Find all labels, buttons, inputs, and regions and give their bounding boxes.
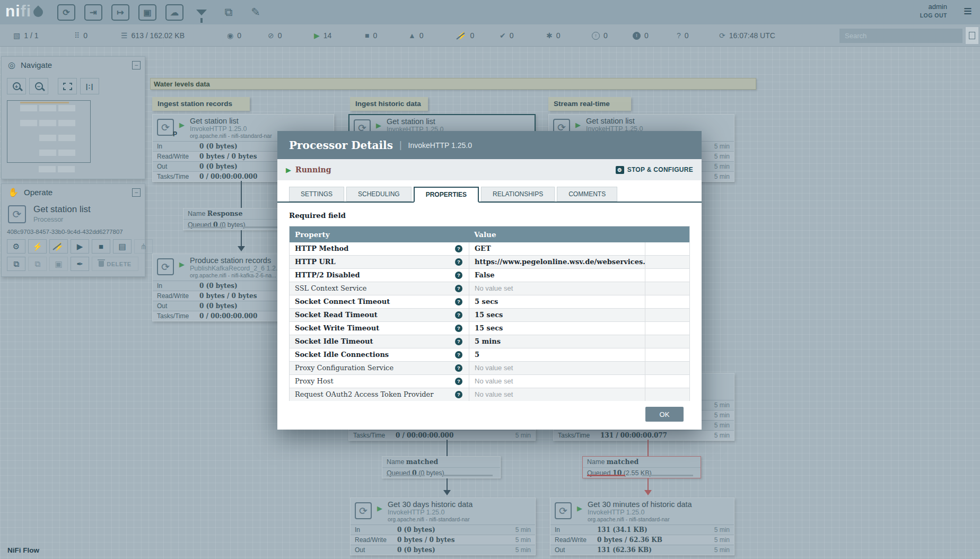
connection-label[interactable]: Name matched Queued 10 (2.55 KB)	[582, 456, 701, 478]
not-transmitting-stat: ⊘0	[268, 24, 282, 47]
sync-failure-stat: ?0	[677, 24, 689, 47]
canvas-label-water-levels[interactable]: Water levels data	[150, 78, 756, 90]
processor-drag-icon[interactable]: ⟳	[57, 4, 75, 21]
processor-details-dialog: Processor Details | InvokeHTTP 1.25.0 ▶ …	[277, 131, 702, 430]
canvas-label-ingest-historic-data[interactable]: Ingest historic data	[350, 97, 428, 111]
help-icon[interactable]: ?	[455, 364, 462, 372]
tab-settings[interactable]: SETTINGS	[289, 187, 344, 202]
enable-button[interactable]: ⚡	[28, 239, 47, 254]
stat-row: In131 (34.1 KB)5 min	[550, 525, 734, 535]
not-transmitting-icon: ⊘	[268, 31, 274, 40]
copy-button[interactable]: ⧉	[7, 257, 25, 271]
hand-icon: ✋	[8, 188, 19, 197]
breadcrumb[interactable]: NiFi Flow	[7, 546, 39, 554]
processor-icon: ⟳	[355, 502, 372, 519]
zoom-out-button[interactable]: −	[29, 78, 48, 94]
help-icon[interactable]: ?	[455, 311, 462, 319]
processor-icon: ⟳P	[157, 119, 174, 136]
stop-and-configure-button[interactable]: ⚙ STOP & CONFIGURE	[616, 166, 693, 174]
table-row: Proxy Host? No value set	[290, 375, 689, 388]
check-icon: ✔	[500, 31, 506, 40]
tab-comments[interactable]: COMMENTS	[557, 187, 617, 202]
refresh-status[interactable]: ⟳16:07:48 UTC	[719, 24, 775, 47]
zoom-fit-button[interactable]	[58, 78, 77, 94]
process-group-drag-icon[interactable]: ▣	[138, 4, 156, 21]
stat-row: Read/Write0 bytes / 62.36 KB5 min	[550, 535, 734, 545]
input-port-drag-icon[interactable]: ⇥	[84, 4, 102, 21]
help-icon[interactable]: ?	[455, 378, 462, 385]
run-status-label: Running	[295, 165, 331, 174]
output-port-drag-icon[interactable]: ↦	[111, 4, 129, 21]
collapse-navigate-button[interactable]: −	[132, 61, 141, 69]
help-icon[interactable]: ?	[455, 272, 462, 279]
global-menu-icon[interactable]: ≡	[964, 3, 972, 19]
tab-scheduling[interactable]: SCHEDULING	[346, 187, 412, 202]
lightning-slash-icon: ⚡	[54, 242, 64, 251]
zoom-in-button[interactable]: +	[7, 78, 26, 94]
warning-icon: ▲	[408, 31, 416, 40]
help-icon[interactable]: ?	[455, 298, 462, 305]
table-row: Socket Connect Timeout? 5 secs	[290, 295, 689, 309]
table-row: Proxy Configuration Service? No value se…	[290, 362, 689, 375]
tab-relationships[interactable]: RELATIONSHIPS	[481, 187, 555, 202]
help-icon[interactable]: ?	[455, 245, 462, 252]
delete-button[interactable]: DELETE	[92, 257, 138, 271]
processor-icon: ⟳	[555, 502, 572, 519]
stopped-stat: ■0	[365, 24, 377, 47]
fill-color-button[interactable]: ✒	[71, 257, 89, 271]
help-icon[interactable]: ?	[455, 325, 462, 332]
zoom-in-icon: +	[13, 82, 21, 90]
paste-icon: ⧉	[34, 259, 40, 269]
stop-button[interactable]: ■	[92, 239, 110, 254]
dialog-body: Required field PropertyValue HTTP Method…	[277, 203, 702, 401]
help-icon[interactable]: ?	[455, 338, 462, 345]
table-row: Socket Read Timeout? 15 secs	[290, 309, 689, 322]
running-status-icon: ▶	[179, 260, 185, 268]
hierarchy-button[interactable]: ⋔	[134, 239, 153, 254]
group-button[interactable]: ▣	[49, 257, 68, 271]
processor-type: InvokeHTTP 1.25.0	[388, 509, 532, 516]
start-button[interactable]: ▶	[71, 239, 89, 254]
refresh-icon: ⟳	[719, 31, 725, 40]
help-icon[interactable]: ?	[455, 285, 462, 292]
running-icon: ▶	[314, 31, 320, 40]
processor-tile[interactable]: ⟳ ▶ Get 30 days historic data InvokeHTTP…	[350, 497, 536, 555]
connection-label[interactable]: Name matched Queued 0 (0 bytes)	[382, 456, 501, 478]
queued-stat: ☰613 / 162.02 KB	[121, 24, 185, 47]
processor-name: Get station list	[586, 117, 731, 125]
stat-row: In0 (0 bytes)5 min	[351, 525, 535, 535]
table-row: Socket Idle Timeout? 5 mins	[290, 335, 689, 348]
help-icon[interactable]: ?	[455, 351, 462, 359]
funnel-drag-icon[interactable]	[192, 4, 211, 21]
nifi-logo: nifi	[5, 2, 43, 20]
paste-button[interactable]: ⧉	[28, 257, 47, 271]
invalid-stat: ▲0	[408, 24, 424, 47]
bulletin-panel-button[interactable]	[966, 27, 978, 44]
configure-button[interactable]: ⚙	[7, 239, 25, 254]
label-drag-icon[interactable]: ✎	[247, 4, 265, 21]
canvas-label-stream-real-time-data[interactable]: Stream real-time data	[548, 97, 631, 111]
disable-button[interactable]: ⚡	[49, 239, 68, 254]
stop-icon: ■	[99, 242, 103, 251]
collapse-operate-button[interactable]: −	[132, 188, 141, 197]
dialog-tabs: SETTINGS SCHEDULING PROPERTIES RELATIONS…	[277, 187, 702, 203]
template-drag-icon[interactable]: ⧉	[220, 4, 238, 21]
help-icon[interactable]: ?	[455, 258, 462, 266]
zoom-actual-size-button[interactable]: |:|	[80, 78, 99, 94]
transmitting-stat: ◉0	[227, 24, 241, 47]
ok-button[interactable]: OK	[645, 407, 684, 422]
queued-icon: ☰	[121, 31, 128, 40]
birdseye-map[interactable]	[7, 100, 91, 163]
dialog-subtitle: InvokeHTTP 1.25.0	[408, 141, 472, 150]
compass-icon: ◎	[8, 60, 15, 69]
canvas-label-ingest-station-records[interactable]: Ingest station records	[152, 97, 250, 111]
tab-properties[interactable]: PROPERTIES	[414, 187, 479, 203]
processor-tile[interactable]: ⟳ ▶ Get 30 minutes of historic data Invo…	[550, 497, 734, 555]
create-template-button[interactable]: ▤	[113, 239, 132, 254]
help-icon[interactable]: ?	[455, 391, 462, 398]
running-status-icon: ▶	[376, 121, 381, 129]
stat-row: Tasks/Time131 / 00:00:00.0775 min	[554, 430, 734, 440]
logout-link[interactable]: LOG OUT	[920, 12, 947, 19]
remote-process-group-drag-icon[interactable]: ☁	[165, 4, 183, 21]
search-input[interactable]	[839, 29, 962, 43]
